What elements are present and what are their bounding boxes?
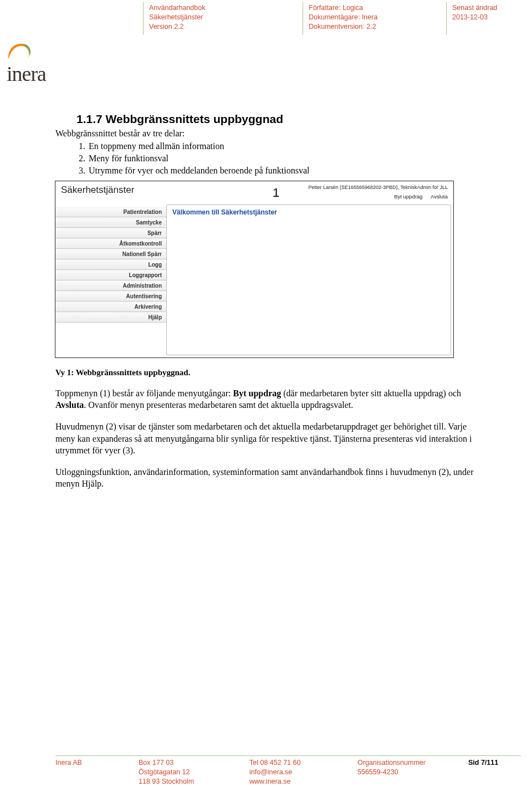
mock-top-links: Byt uppdrag Avsluta (387, 193, 448, 200)
page-footer: Inera AB Box 177 03 Östgötagatan 12 118 … (55, 755, 521, 786)
footer-line: Östgötagatan 12 (139, 768, 238, 777)
header-line: 2013-12-03 (452, 13, 526, 22)
header-col-doc: Användarhandbok Säkerhetstjänster Versio… (143, 2, 303, 35)
mock-main: Patientrelation Samtycke Spärr Åtkomstko… (55, 203, 453, 357)
list-item: En toppmeny med allmän information (88, 140, 477, 152)
sidebar-item[interactable]: Patientrelation (55, 207, 166, 217)
header-col-date: Senast ändrad 2013-12-03 (446, 2, 532, 35)
para-text: . Ovanför menyn presenteras medarbetaren… (84, 400, 353, 410)
mock-app-title: Säkerhetstjänster (61, 185, 134, 196)
header-line: Säkerhetstjänster (149, 13, 297, 22)
para-bold: Avsluta (55, 400, 84, 410)
mock-content-area: Välkommen till Säkerhetstjänster (166, 205, 451, 355)
paragraph-3: Utloggningsfunktion, användarinformation… (55, 466, 477, 489)
header-line: Version 2.2 (149, 22, 297, 32)
footer-line: info@inera.se (249, 768, 346, 777)
header-line: Dokumentägare: Inera (309, 13, 441, 22)
footer-company: Inera AB (55, 758, 139, 786)
sidebar-item[interactable]: Spärr (55, 228, 166, 238)
footer-contact: Tel 08 452 71 60 info@inera.se www.inera… (249, 758, 357, 786)
sidebar-item[interactable]: Autentisering (55, 291, 166, 302)
callout-1: 1 (273, 186, 279, 200)
footer-page-number: Sid 7/111 (468, 758, 521, 786)
sidebar-item[interactable]: Administration (55, 280, 166, 291)
logo-text: inera (3, 62, 532, 86)
logo: inera (0, 35, 532, 86)
sidebar-item[interactable]: Samtycke (55, 217, 166, 228)
para-text: (där medarbetaren byter sitt aktuella up… (281, 389, 461, 398)
paragraph-2: Huvudmenyn (2) visar de tjänster som med… (55, 421, 477, 456)
intro-line: Webbgränssnittet består av tre delar: (55, 128, 477, 140)
sidebar-item[interactable]: Hjälp (55, 312, 166, 323)
sidebar-item[interactable]: Åtkomstkontroll (55, 238, 166, 249)
intro-list: En toppmeny med allmän information Meny … (55, 140, 477, 176)
footer-line: Box 177 03 (139, 758, 238, 768)
section-heading: 1.1.7 Webbgränssnittets uppbyggnad (55, 113, 477, 126)
header-line: Dokumentversion: 2.2 (309, 22, 441, 32)
header-line: Användarhandbok (149, 3, 297, 13)
footer-address: Box 177 03 Östgötagatan 12 118 93 Stockh… (139, 758, 249, 786)
mock-sidebar: Patientrelation Samtycke Spärr Åtkomstko… (55, 203, 166, 357)
mock-link-avsluta[interactable]: Avsluta (431, 193, 448, 200)
footer-line: Organisationsnummer (357, 758, 457, 768)
figure-caption: Vy 1: Webbgränssnittets uppbyggnad. (55, 368, 477, 377)
mock-welcome-heading: Välkommen till Säkerhetstjänster (172, 208, 445, 216)
sidebar-item[interactable]: Nationell Spärr (55, 249, 166, 259)
footer-line: 118 93 Stockholm (139, 777, 238, 786)
logo-swirl-icon (6, 40, 32, 63)
header-line: Senast ändrad (452, 3, 526, 13)
footer-line: Tel 08 452 71 60 (249, 758, 346, 768)
sidebar-item[interactable]: Logg (55, 259, 166, 270)
para-bold: Byt uppdrag (233, 389, 282, 398)
page-header: Användarhandbok Säkerhetstjänster Versio… (0, 0, 532, 35)
list-item: Utrymme för vyer och meddelanden beroend… (88, 165, 477, 177)
footer-line: www.inera.se (249, 777, 346, 786)
sidebar-item[interactable]: Loggrapport (55, 270, 166, 280)
mock-link-byt-uppdrag[interactable]: Byt uppdrag (394, 193, 422, 200)
para-text: Toppmenyn (1) består av följande menyutg… (55, 389, 233, 398)
sidebar-item[interactable]: Arkivering (55, 302, 166, 312)
page-body: 1.1.7 Webbgränssnittets uppbyggnad Webbg… (0, 113, 532, 489)
footer-line: 556559-4230 (357, 768, 457, 777)
mock-user-line: Petter Larsén (SE165565968202-3PBD), Tek… (309, 185, 448, 190)
header-col-author: Författare: Logica Dokumentägare: Inera … (303, 2, 446, 35)
embedded-screenshot: Säkerhetstjänster Petter Larsén (SE16556… (55, 181, 454, 358)
header-line: Författare: Logica (309, 3, 441, 13)
list-item: Meny för funktionsval (88, 152, 477, 165)
paragraph-1: Toppmenyn (1) består av följande menyutg… (55, 387, 477, 411)
footer-orgnr: Organisationsnummer 556559-4230 (357, 758, 468, 786)
